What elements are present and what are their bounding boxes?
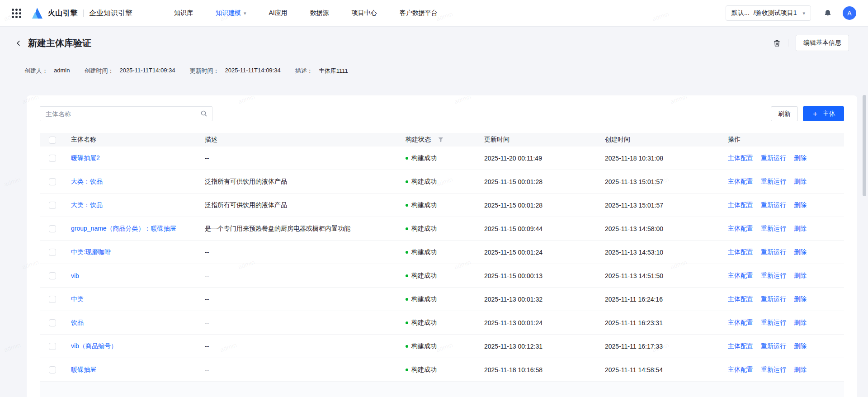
vertical-scrollbar-thumb[interactable]	[863, 95, 866, 196]
col-header-status-label: 构建状态	[406, 136, 431, 144]
subject-name-link[interactable]: 大类：饮品	[71, 178, 103, 185]
action-rerun-link[interactable]: 重新运行	[761, 154, 786, 162]
meta-item: 创建人： admin	[24, 67, 70, 75]
meta-item: 创建时间： 2025-11-11T14:09:34	[84, 67, 175, 75]
nav-item-客户数据平台[interactable]: 客户数据平台	[400, 9, 438, 17]
subject-name-link[interactable]: vib（商品编号）	[71, 342, 117, 350]
product-name: 企业知识引擎	[89, 9, 132, 18]
action-subject-config-link[interactable]: 主体配置	[728, 342, 753, 350]
subject-name-link[interactable]: vib	[71, 272, 79, 279]
row-checkbox[interactable]	[49, 178, 56, 185]
add-subject-button[interactable]: ＋ 主体	[803, 106, 844, 121]
subject-description: --	[205, 319, 406, 326]
action-rerun-link[interactable]: 重新运行	[761, 178, 786, 186]
subject-name-link[interactable]: 暖碟抽屉	[71, 366, 96, 373]
subject-name-link[interactable]: 中类	[71, 295, 84, 302]
table-row: 大类：饮品 泛指所有可供饮用的液体产品 构建成功 2025-11-15 00:0…	[40, 194, 844, 217]
created-time: 2025-11-11 16:24:16	[605, 296, 728, 303]
action-subject-config-link[interactable]: 主体配置	[728, 295, 753, 303]
action-rerun-link[interactable]: 重新运行	[761, 225, 786, 233]
status-text: 构建成功	[411, 272, 437, 280]
action-rerun-link[interactable]: 重新运行	[761, 272, 786, 280]
row-checkbox[interactable]	[49, 319, 56, 326]
subject-name-link[interactable]: 暖碟抽屉2	[71, 154, 100, 161]
top-navbar: 火山引擎 企业知识引擎 知识库 知识建模 ▾ AI应用 数据源 项目中心 客户数…	[0, 0, 868, 27]
topnav-right: 默认... /验收测试项目1 ▾ A	[726, 5, 856, 21]
action-delete-link[interactable]: 删除	[794, 319, 807, 327]
action-delete-link[interactable]: 删除	[794, 272, 807, 280]
created-time: 2025-11-18 10:31:08	[605, 155, 728, 162]
action-delete-link[interactable]: 删除	[794, 225, 807, 233]
nav-item-知识建模[interactable]: 知识建模 ▾	[216, 9, 246, 17]
select-all-checkbox[interactable]	[49, 137, 56, 144]
action-subject-config-link[interactable]: 主体配置	[728, 272, 753, 280]
project-selector[interactable]: 默认... /验收测试项目1 ▾	[726, 5, 811, 21]
refresh-button[interactable]: 刷新	[771, 106, 798, 121]
action-rerun-link[interactable]: 重新运行	[761, 366, 786, 374]
plus-icon: ＋	[811, 110, 819, 118]
row-checkbox[interactable]	[49, 202, 56, 209]
subject-name-link[interactable]: 中类:现磨咖啡	[71, 248, 111, 255]
meta-value: 2025-11-11T14:09:34	[119, 67, 175, 75]
created-time: 2025-11-11 14:58:54	[605, 366, 728, 373]
nav-item-项目中心[interactable]: 项目中心	[352, 9, 377, 17]
search-icon[interactable]	[200, 110, 208, 119]
volcano-engine-logo-icon[interactable]	[31, 7, 44, 19]
action-delete-link[interactable]: 删除	[794, 295, 807, 303]
table-toolbar: 刷新 ＋ 主体	[40, 106, 844, 121]
nav-item-数据源[interactable]: 数据源	[310, 9, 329, 17]
screen: 火山引擎 企业知识引擎 知识库 知识建模 ▾ AI应用 数据源 项目中心 客户数…	[0, 0, 868, 397]
created-time: 2025-11-11 16:17:33	[605, 343, 728, 350]
edit-basic-info-button[interactable]: 编辑基本信息	[796, 35, 849, 51]
status-text: 构建成功	[411, 295, 437, 303]
app-launcher-grid-icon[interactable]	[12, 9, 21, 18]
nav-item-知识库[interactable]: 知识库	[174, 9, 193, 17]
header-divider	[788, 39, 788, 47]
action-subject-config-link[interactable]: 主体配置	[728, 225, 753, 233]
action-delete-link[interactable]: 删除	[794, 201, 807, 209]
partial-next-row	[40, 382, 844, 397]
row-checkbox[interactable]	[49, 366, 56, 373]
action-rerun-link[interactable]: 重新运行	[761, 295, 786, 303]
user-avatar[interactable]: A	[843, 6, 856, 20]
row-checkbox[interactable]	[49, 249, 56, 256]
search-box	[40, 106, 212, 121]
updated-time: 2025-11-15 00:00:13	[484, 272, 605, 279]
row-checkbox[interactable]	[49, 272, 56, 279]
action-delete-link[interactable]: 删除	[794, 154, 807, 162]
subject-name-link[interactable]: 大类：饮品	[71, 201, 103, 208]
notification-bell-icon[interactable]	[824, 9, 832, 18]
action-subject-config-link[interactable]: 主体配置	[728, 366, 753, 374]
subject-name-link[interactable]: 饮品	[71, 319, 84, 326]
action-subject-config-link[interactable]: 主体配置	[728, 178, 753, 186]
action-rerun-link[interactable]: 重新运行	[761, 201, 786, 209]
action-delete-link[interactable]: 删除	[794, 342, 807, 350]
status-text: 构建成功	[411, 342, 437, 350]
subject-description: 泛指所有可供饮用的液体产品	[205, 178, 406, 186]
action-rerun-link[interactable]: 重新运行	[761, 248, 786, 256]
action-subject-config-link[interactable]: 主体配置	[728, 154, 753, 162]
action-subject-config-link[interactable]: 主体配置	[728, 201, 753, 209]
action-delete-link[interactable]: 删除	[794, 366, 807, 374]
status-success-dot	[406, 204, 408, 207]
subject-name-link[interactable]: group_name（商品分类）：暖碟抽屉	[71, 225, 176, 232]
status-success-dot	[406, 227, 408, 230]
row-checkbox[interactable]	[49, 296, 56, 303]
action-rerun-link[interactable]: 重新运行	[761, 342, 786, 350]
nav-item-AI应用[interactable]: AI应用	[269, 9, 288, 17]
action-delete-link[interactable]: 删除	[794, 248, 807, 256]
back-chevron-left-icon[interactable]	[15, 40, 22, 47]
delete-library-trash-icon[interactable]	[773, 39, 781, 47]
action-subject-config-link[interactable]: 主体配置	[728, 248, 753, 256]
row-checkbox[interactable]	[49, 225, 56, 232]
table-row: 饮品 -- 构建成功 2025-11-13 00:01:24 2025-11-1…	[40, 311, 844, 335]
subject-name-search-input[interactable]	[40, 106, 212, 121]
action-delete-link[interactable]: 删除	[794, 178, 807, 186]
row-checkbox[interactable]	[49, 343, 56, 350]
action-subject-config-link[interactable]: 主体配置	[728, 319, 753, 327]
meta-value: 2025-11-11T14:09:34	[225, 67, 281, 75]
action-rerun-link[interactable]: 重新运行	[761, 319, 786, 327]
row-checkbox[interactable]	[49, 155, 56, 162]
status-filter-funnel-icon[interactable]	[438, 137, 443, 142]
meta-label: 更新时间：	[190, 67, 219, 75]
